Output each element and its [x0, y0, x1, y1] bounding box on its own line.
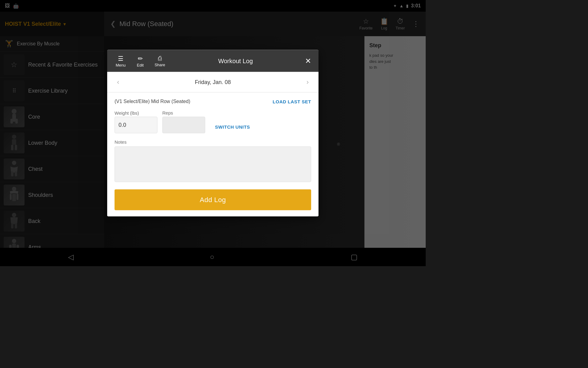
add-log-button[interactable]: Add Log: [115, 190, 311, 210]
form-area: (V1 Select/Elite) Mid Row (Seated) LOAD …: [107, 93, 318, 217]
exercise-name-row: (V1 Select/Elite) Mid Row (Seated) LOAD …: [115, 99, 311, 104]
load-last-set-button[interactable]: LOAD LAST SET: [273, 99, 311, 104]
notes-section: Notes: [115, 140, 311, 183]
fields-row: Weight (lbs) Reps SWITCH UNITS: [115, 110, 311, 133]
dialog-toolbar: ☰ Menu ✏ Edit ⎙ Share Workout Log ✕: [107, 50, 318, 72]
weight-input[interactable]: [115, 117, 157, 133]
menu-label: Menu: [116, 63, 126, 67]
dialog-close-button[interactable]: ✕: [301, 54, 315, 68]
reps-label: Reps: [162, 110, 205, 116]
weight-field-group: Weight (lbs): [115, 110, 157, 133]
menu-icon: ☰: [118, 55, 123, 62]
dialog-content: ‹ Friday, Jan. 08 › (V1 Select/Elite) Mi…: [107, 72, 318, 217]
share-button[interactable]: ⎙ Share: [150, 52, 170, 70]
next-date-button[interactable]: ›: [303, 77, 312, 87]
workout-log-dialog: ☰ Menu ✏ Edit ⎙ Share Workout Log ✕ ‹ Fr…: [107, 50, 318, 217]
dialog-title-area: Workout Log: [170, 57, 301, 64]
date-label: Friday, Jan. 08: [195, 79, 231, 85]
reps-field-group: Reps: [162, 110, 205, 133]
notes-input[interactable]: [115, 147, 311, 182]
share-icon: ⎙: [158, 55, 162, 62]
edit-label: Edit: [137, 63, 144, 67]
notes-label: Notes: [115, 140, 311, 145]
exercise-name-display: (V1 Select/Elite) Mid Row (Seated): [115, 99, 190, 104]
switch-units-button[interactable]: SWITCH UNITS: [215, 125, 250, 130]
menu-button[interactable]: ☰ Menu: [111, 52, 130, 70]
prev-date-button[interactable]: ‹: [113, 77, 123, 87]
edit-icon: ✏: [138, 55, 143, 62]
share-label: Share: [155, 63, 165, 67]
edit-button[interactable]: ✏ Edit: [130, 52, 150, 70]
weight-label: Weight (lbs): [115, 110, 157, 116]
reps-input[interactable]: [162, 117, 205, 133]
dialog-title: Workout Log: [218, 57, 253, 64]
date-nav: ‹ Friday, Jan. 08 ›: [107, 72, 318, 93]
